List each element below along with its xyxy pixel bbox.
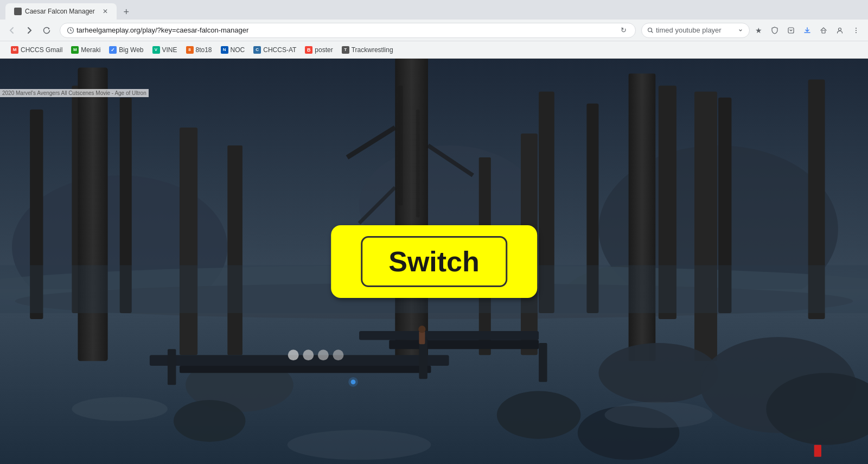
svg-point-4 bbox=[839, 28, 841, 30]
menu-button[interactable] bbox=[848, 23, 864, 38]
home-button[interactable] bbox=[816, 23, 831, 38]
page-content: 2020 Marvel's Avengers All Cutscenes Mov… bbox=[0, 59, 868, 464]
search-text: timed youtube player bbox=[656, 26, 733, 34]
game-scene: Switch bbox=[0, 59, 868, 464]
svg-rect-39 bbox=[359, 331, 539, 340]
gmail-favicon: M bbox=[11, 46, 18, 54]
svg-rect-37 bbox=[150, 355, 449, 366]
switch-button[interactable]: Switch bbox=[331, 225, 537, 298]
bookmark-vine-label: VINE bbox=[162, 46, 177, 54]
svg-point-60 bbox=[333, 349, 344, 360]
bookmark-trackwrestling-label: Trackwrestling bbox=[352, 46, 393, 54]
meraki-favicon: M bbox=[71, 46, 79, 54]
svg-rect-32 bbox=[227, 145, 242, 355]
bookmark-meraki-label: Meraki bbox=[81, 46, 100, 54]
svg-point-59 bbox=[318, 349, 329, 360]
bookmark-8to18-label: 8to18 bbox=[196, 46, 212, 54]
svg-point-58 bbox=[303, 349, 314, 360]
svg-point-55 bbox=[348, 377, 358, 387]
toolbar-icons: timed youtube player ★ bbox=[641, 23, 864, 38]
svg-rect-52 bbox=[419, 331, 425, 344]
bookmark-8to18[interactable]: 8 8to18 bbox=[182, 44, 216, 56]
svg-point-36 bbox=[598, 343, 718, 403]
bookmark-meraki[interactable]: M Meraki bbox=[67, 44, 105, 56]
bookmark-noc[interactable]: N NOC bbox=[216, 44, 250, 56]
reload-button[interactable] bbox=[39, 23, 54, 38]
bookmark-chccs[interactable]: C CHCCS-AT bbox=[249, 44, 301, 56]
new-tab-button[interactable]: + bbox=[119, 4, 134, 20]
svg-rect-3 bbox=[822, 30, 825, 33]
bookmark-vine[interactable]: V VINE bbox=[148, 44, 182, 56]
shields-button[interactable] bbox=[767, 23, 782, 38]
svg-rect-41 bbox=[168, 349, 176, 385]
svg-point-46 bbox=[174, 400, 245, 442]
svg-rect-43 bbox=[539, 343, 547, 382]
switch-button-container: Switch bbox=[331, 225, 537, 298]
svg-rect-26 bbox=[398, 86, 403, 206]
bookmark-star-button[interactable]: ★ bbox=[751, 23, 766, 38]
back-button[interactable] bbox=[4, 23, 20, 38]
bookmark-gmail-label: CHCCS Gmail bbox=[21, 46, 62, 54]
bookmark-bigweb-label: Big Web bbox=[119, 46, 143, 54]
vine-favicon: V bbox=[152, 46, 160, 54]
svg-point-57 bbox=[288, 349, 299, 360]
trackwrestling-favicon: T bbox=[342, 46, 349, 54]
url-text: tarheelgameplay.org/play/?key=caesar-fal… bbox=[76, 26, 618, 34]
bookmark-poster-label: poster bbox=[315, 46, 333, 54]
svg-rect-38 bbox=[180, 366, 431, 373]
tab-close-icon[interactable]: ✕ bbox=[103, 8, 108, 15]
poster-favicon: B bbox=[305, 46, 312, 54]
browser-chrome: Caesar Falcon Manager ✕ + tarheelgamepla… bbox=[0, 0, 868, 59]
svg-rect-31 bbox=[180, 128, 197, 355]
tab-title: Caesar Falcon Manager bbox=[25, 8, 95, 15]
tab-bar: Caesar Falcon Manager ✕ + bbox=[0, 0, 868, 20]
reload-small-button[interactable]: ↻ bbox=[618, 26, 629, 34]
bookmark-chccs-label: CHCCS-AT bbox=[263, 46, 296, 54]
bigweb-favicon: ✓ bbox=[109, 46, 117, 54]
bookmark-bigweb[interactable]: ✓ Big Web bbox=[105, 44, 148, 56]
switch-button-label: Switch bbox=[388, 246, 480, 277]
url-bar[interactable]: tarheelgameplay.org/play/?key=caesar-fal… bbox=[60, 23, 636, 38]
pocket-button[interactable] bbox=[783, 23, 799, 38]
forward-button[interactable] bbox=[22, 23, 37, 38]
svg-rect-28 bbox=[78, 68, 107, 361]
bookmark-trackwrestling[interactable]: T Trackwrestling bbox=[337, 44, 398, 56]
svg-point-5 bbox=[856, 28, 857, 29]
profile-button[interactable] bbox=[832, 23, 847, 38]
download-button[interactable] bbox=[800, 23, 815, 38]
page-top-text: 2020 Marvel's Avengers All Cutscenes Mov… bbox=[0, 89, 149, 97]
bookmark-gmail[interactable]: M CHCCS Gmail bbox=[7, 44, 67, 56]
svg-rect-29 bbox=[629, 74, 656, 361]
bookmarks-bar: M CHCCS Gmail M Meraki ✓ Big Web V VINE … bbox=[0, 41, 868, 59]
svg-rect-40 bbox=[389, 340, 539, 349]
bookmark-noc-label: NOC bbox=[231, 46, 245, 54]
chccs-favicon: C bbox=[253, 46, 261, 54]
search-bar[interactable]: timed youtube player bbox=[641, 23, 750, 38]
bookmark-poster[interactable]: B poster bbox=[301, 44, 337, 56]
active-tab[interactable]: Caesar Falcon Manager ✕ bbox=[5, 3, 117, 20]
noc-favicon: N bbox=[221, 46, 228, 54]
svg-rect-2 bbox=[788, 28, 794, 33]
8to18-favicon: 8 bbox=[186, 46, 194, 54]
svg-point-49 bbox=[72, 397, 168, 421]
svg-point-53 bbox=[418, 326, 425, 333]
toolbar: tarheelgameplay.org/play/?key=caesar-fal… bbox=[0, 20, 868, 41]
svg-point-51 bbox=[288, 430, 431, 460]
svg-point-7 bbox=[856, 32, 857, 33]
switch-button-inner: Switch bbox=[361, 236, 507, 287]
svg-point-44 bbox=[497, 391, 580, 438]
svg-rect-27 bbox=[416, 110, 420, 218]
svg-point-50 bbox=[604, 402, 712, 428]
svg-rect-30 bbox=[694, 92, 717, 361]
tab-favicon bbox=[14, 8, 22, 15]
svg-point-6 bbox=[856, 30, 857, 31]
svg-rect-56 bbox=[814, 445, 821, 457]
